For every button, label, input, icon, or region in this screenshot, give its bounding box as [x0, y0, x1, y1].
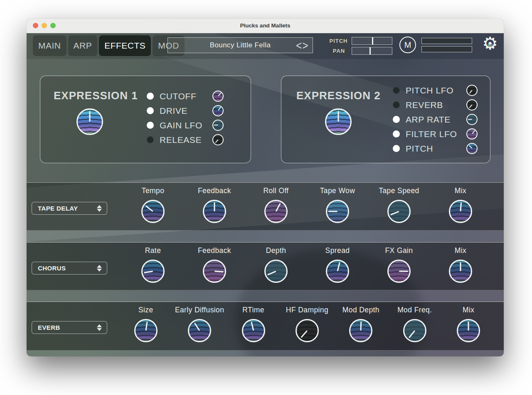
gain-lfo-knob[interactable]: [212, 120, 224, 131]
fx-slot-2-select[interactable]: CHORUS: [32, 262, 107, 275]
everb-early-diffusion-knob[interactable]: [188, 319, 211, 342]
everb-rtime-knob[interactable]: [242, 319, 265, 342]
row-divider: [27, 290, 504, 302]
depth-label: Depth: [266, 246, 286, 255]
tape-delay-tape-wow-knob[interactable]: [326, 200, 349, 223]
pitch-knob[interactable]: [466, 143, 478, 154]
pan-slider-handle[interactable]: [369, 47, 371, 54]
reverb-knob[interactable]: [466, 99, 478, 110]
preset-selector[interactable]: Bouncy Little Fella < >: [167, 37, 313, 53]
fx-slot-1-value: TAPE DELAY: [38, 205, 78, 212]
knob-cell-size: Size: [119, 302, 172, 351]
pitch-lfo-knob[interactable]: [466, 85, 478, 96]
knob-pointer: [468, 119, 472, 120]
pitch-slider-handle[interactable]: [372, 37, 373, 44]
pitch-lfo-radio[interactable]: [393, 87, 400, 94]
titlebar[interactable]: Plucks and Mallets: [27, 19, 504, 33]
knob-cell-mix: Mix: [430, 243, 491, 290]
knob-cell-rtime: RTime: [227, 302, 280, 351]
tab-bar: MAINARPEFFECTSMOD: [33, 35, 185, 56]
everb-hf-damping-knob[interactable]: [296, 319, 319, 342]
release-radio[interactable]: [147, 136, 154, 143]
knob-cell-tape-wow: Tape Wow: [307, 183, 368, 231]
filter-lfo-radio[interactable]: [393, 130, 400, 137]
knob-pointer: [390, 211, 399, 216]
tape-delay-roll-off-knob[interactable]: [264, 200, 288, 223]
release-label: RELEASE: [160, 135, 207, 145]
cutoff-knob[interactable]: [212, 91, 224, 102]
chorus-mix-knob[interactable]: [449, 260, 472, 283]
feedback-label: Feedback: [198, 186, 231, 195]
knob-cell-hf-damping: HF Damping: [280, 302, 334, 351]
gain-lfo-radio[interactable]: [147, 122, 154, 129]
knob-pointer: [276, 203, 281, 212]
knob-cell-mod-depth: Mod Depth: [334, 302, 388, 351]
knob-pointer: [145, 205, 153, 212]
knob-cell-fx-gain: FX Gain: [368, 243, 430, 290]
knob-pointer: [468, 145, 472, 149]
knob-pointer: [469, 105, 472, 108]
pitch-radio[interactable]: [393, 145, 400, 152]
fx-row-everb: EVERB SizeEarly DiffusionRTimeHF Damping…: [27, 302, 504, 351]
knob-pointer: [144, 271, 153, 273]
reverb-radio[interactable]: [393, 101, 400, 108]
tape-delay-feedback-knob[interactable]: [203, 200, 226, 223]
expression-1-title: EXPRESSION 1: [54, 89, 138, 102]
tab-main[interactable]: MAIN: [33, 35, 66, 56]
chorus-spread-knob[interactable]: [326, 260, 349, 283]
pitch-label: PITCH: [406, 144, 461, 154]
fx-slot-3-value: EVERB: [38, 324, 60, 331]
expression-2-main-knob[interactable]: [325, 108, 352, 135]
midi-button[interactable]: M: [399, 37, 416, 53]
select-arrows-icon: [97, 205, 102, 212]
knob-pointer: [328, 211, 337, 212]
knob-pointer: [215, 140, 218, 143]
knob-pointer: [251, 321, 254, 331]
fx-slot-1-select[interactable]: TAPE DELAY: [32, 202, 107, 215]
window-title: Plucks and Mallets: [27, 19, 504, 33]
pitch-slider[interactable]: [352, 37, 392, 45]
spread-label: Spread: [325, 246, 350, 255]
knob-pointer: [267, 271, 276, 275]
pan-slider[interactable]: [352, 47, 392, 55]
output-meter-left: [421, 38, 472, 44]
expression-1-main-knob[interactable]: [76, 108, 103, 135]
knob-pointer: [468, 321, 469, 331]
roll-off-label: Roll Off: [263, 186, 288, 195]
chorus-rate-knob[interactable]: [141, 260, 165, 283]
tape-delay-mix-knob[interactable]: [449, 200, 472, 223]
pitch-label: PITCH: [328, 37, 349, 45]
everb-size-knob[interactable]: [134, 319, 158, 342]
drive-radio[interactable]: [147, 107, 154, 114]
knob-pointer: [460, 202, 462, 211]
exp-item-filter-lfo: FILTER LFO: [393, 127, 482, 141]
everb-mod-depth-knob[interactable]: [349, 319, 372, 342]
tape-delay-tape-speed-knob[interactable]: [387, 200, 411, 223]
exp-item-cutoff: CUTOFF: [147, 89, 242, 103]
everb-mix-knob[interactable]: [457, 319, 480, 342]
knob-pointer: [89, 111, 91, 122]
chorus-fx-gain-knob[interactable]: [387, 260, 411, 283]
chorus-feedback-knob[interactable]: [203, 260, 226, 283]
settings-gear-icon[interactable]: ⚙: [480, 35, 500, 54]
release-knob[interactable]: [212, 134, 224, 145]
arp-rate-radio[interactable]: [393, 116, 400, 123]
drive-knob[interactable]: [212, 105, 224, 116]
preset-next-icon[interactable]: >: [303, 39, 308, 52]
tempo-label: Tempo: [142, 186, 165, 195]
everb-mod-freq-knob[interactable]: [403, 319, 426, 342]
cutoff-radio[interactable]: [147, 93, 154, 100]
expression-2-panel: EXPRESSION 2 PITCH LFOREVERBARP RATEFILT…: [281, 76, 490, 163]
bottom-strip: [27, 350, 504, 356]
knob-pointer: [460, 262, 461, 271]
tab-arp[interactable]: ARP: [68, 35, 98, 56]
tab-effects[interactable]: EFFECTS: [99, 35, 151, 56]
preset-prev-icon[interactable]: <: [296, 39, 302, 52]
knob-cell-mix: Mix: [442, 302, 495, 351]
filter-lfo-knob[interactable]: [466, 128, 478, 140]
fx-slot-3-select[interactable]: EVERB: [32, 321, 107, 334]
tape-delay-tempo-knob[interactable]: [141, 200, 165, 223]
arp-rate-knob[interactable]: [466, 114, 478, 125]
chorus-depth-knob[interactable]: [264, 260, 288, 283]
pan-label: PAN: [329, 47, 349, 55]
